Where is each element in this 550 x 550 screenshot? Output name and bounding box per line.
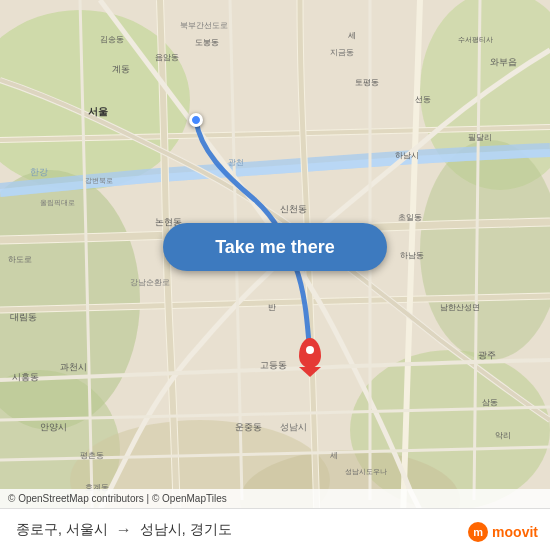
svg-text:남한산성면: 남한산성면 — [440, 303, 480, 312]
svg-text:반: 반 — [268, 303, 276, 312]
route-from: 종로구, 서울시 — [16, 521, 108, 539]
svg-text:대림동: 대림동 — [10, 312, 37, 322]
svg-text:세: 세 — [348, 31, 356, 40]
svg-text:북부간선도로: 북부간선도로 — [180, 21, 228, 30]
svg-text:필달리: 필달리 — [468, 133, 492, 142]
moovit-letter: m — [473, 526, 483, 538]
svg-text:한강: 한강 — [30, 167, 48, 177]
svg-text:하남시: 하남시 — [395, 151, 419, 160]
svg-text:음암동: 음암동 — [155, 53, 179, 62]
moovit-icon: m — [468, 522, 488, 542]
svg-text:삼동: 삼동 — [482, 398, 498, 407]
svg-text:올림픽대로: 올림픽대로 — [40, 199, 75, 207]
route-arrow-icon: → — [116, 521, 132, 539]
svg-text:세: 세 — [330, 451, 338, 460]
svg-text:신천동: 신천동 — [280, 204, 307, 214]
svg-text:안양시: 안양시 — [40, 422, 67, 432]
svg-text:계동: 계동 — [112, 64, 130, 74]
attribution-text: © OpenStreetMap contributors | © OpenMap… — [8, 493, 227, 504]
svg-text:와부읍: 와부읍 — [490, 57, 517, 67]
attribution-bar: © OpenStreetMap contributors | © OpenMap… — [0, 489, 550, 508]
svg-text:김송동: 김송동 — [100, 35, 124, 44]
svg-text:광주: 광주 — [478, 350, 496, 360]
svg-text:도봉동: 도봉동 — [195, 38, 219, 47]
route-to: 성남시, 경기도 — [140, 521, 232, 539]
svg-text:운중동: 운중동 — [235, 422, 262, 432]
svg-text:강남순환로: 강남순환로 — [130, 278, 170, 287]
route-info: 종로구, 서울시 → 성남시, 경기도 — [16, 521, 534, 539]
svg-text:지금동: 지금동 — [330, 48, 354, 57]
svg-text:악리: 악리 — [495, 431, 511, 440]
svg-text:시흥동: 시흥동 — [12, 372, 39, 382]
svg-text:토평동: 토평동 — [355, 78, 379, 87]
svg-text:선동: 선동 — [415, 95, 431, 104]
moovit-logo: m moovit — [468, 522, 538, 542]
map-roads-svg: 계동 서울 논현동 신천동 강남순환로 과천시 안양시 평촌동 호계동 고등동 … — [0, 0, 550, 550]
svg-text:성남시도우나: 성남시도우나 — [345, 468, 387, 476]
svg-text:서울: 서울 — [88, 106, 108, 117]
svg-text:초일동: 초일동 — [398, 213, 422, 222]
svg-text:고등동: 고등동 — [260, 360, 287, 370]
svg-text:수서평티사: 수서평티사 — [458, 36, 493, 43]
svg-text:강변북로: 강변북로 — [85, 177, 113, 185]
svg-text:평촌동: 평촌동 — [80, 451, 104, 460]
svg-text:하남동: 하남동 — [400, 251, 424, 260]
svg-text:성남시: 성남시 — [280, 422, 307, 432]
svg-text:광천: 광천 — [228, 158, 244, 167]
map-container: 계동 서울 논현동 신천동 강남순환로 과천시 안양시 평촌동 호계동 고등동 … — [0, 0, 550, 550]
moovit-brand-name: moovit — [492, 524, 538, 540]
origin-pin — [189, 113, 203, 127]
destination-pin — [299, 338, 321, 368]
svg-text:하도로: 하도로 — [8, 255, 32, 264]
take-me-there-button[interactable]: Take me there — [163, 223, 387, 271]
bottom-bar: 종로구, 서울시 → 성남시, 경기도 m moovit — [0, 508, 550, 550]
svg-text:과천시: 과천시 — [60, 362, 87, 372]
